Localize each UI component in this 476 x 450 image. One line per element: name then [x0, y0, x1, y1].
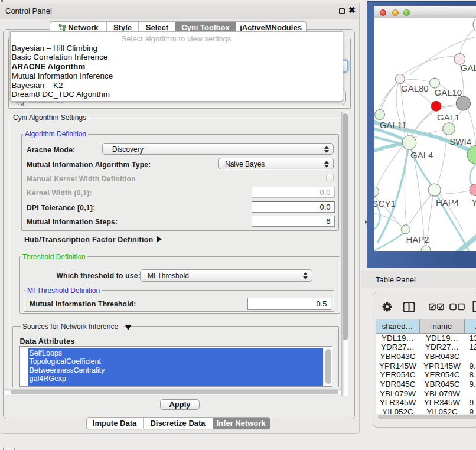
svg-text:HAP4: HAP4 — [436, 197, 459, 207]
svg-text:HAP2: HAP2 — [406, 234, 429, 244]
svg-text:GAL1: GAL1 — [437, 112, 459, 122]
svg-text:GAL10: GAL10 — [435, 87, 462, 97]
svg-text:GAL: GAL — [461, 63, 476, 73]
svg-text:Y: Y — [471, 197, 476, 207]
svg-text:GAL11: GAL11 — [380, 120, 407, 130]
svg-text:GAL4: GAL4 — [410, 150, 433, 160]
svg-text:GAL80: GAL80 — [401, 83, 429, 93]
svg-text:GCY1: GCY1 — [374, 198, 396, 208]
svg-text:SWI4: SWI4 — [449, 136, 471, 146]
